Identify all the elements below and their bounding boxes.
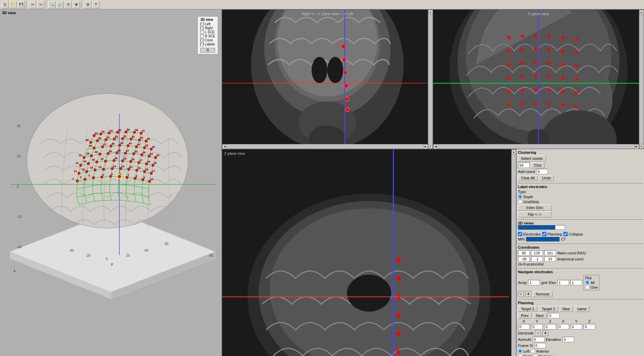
electrodes-checkbox[interactable]	[518, 232, 522, 236]
electrode-plus-btn[interactable]: +	[542, 330, 548, 336]
y-plane-scroll-right[interactable]: ▶	[423, 144, 428, 149]
pan-btn[interactable]: ✥	[73, 1, 80, 8]
elec-num-input[interactable]	[570, 280, 582, 285]
anat-coord-label: Anatomical coord	[557, 257, 583, 261]
elec-input[interactable]	[557, 280, 569, 285]
undo-tb-btn[interactable]: ↩	[29, 1, 36, 8]
grid-strip-radio[interactable]	[518, 200, 522, 204]
grid-label: grid	[541, 281, 547, 285]
y-plane-scroll-up[interactable]: ▲	[428, 10, 433, 14]
legend-lsce-check[interactable]	[200, 31, 204, 34]
y-plane-scroll-left[interactable]: ◀	[222, 144, 227, 149]
svg-point-190	[534, 75, 537, 78]
x-plane-hscroll[interactable]: ◀ ▶	[433, 144, 639, 149]
z-plane-vscroll[interactable]: ▲ ▼	[511, 149, 516, 356]
svg-text:20: 20	[126, 254, 130, 257]
plan-x2[interactable]: 0	[557, 324, 569, 329]
plan-y1[interactable]: 0	[531, 324, 543, 329]
rotate-btn[interactable]: ↺	[65, 1, 72, 8]
legend-labels-check[interactable]: ✓	[200, 43, 204, 46]
elec-plus-btn[interactable]: +	[525, 291, 531, 297]
plan-y2-label: Y	[570, 319, 582, 323]
posterior-radio[interactable]	[533, 354, 538, 356]
help-btn[interactable]: ?	[92, 1, 99, 8]
svg-point-188	[507, 76, 511, 80]
plan-y2[interactable]: 0	[570, 324, 582, 329]
legend-left-check[interactable]: ✓	[200, 23, 204, 26]
zoom-out-btn[interactable]: 🔎	[56, 1, 64, 8]
x-plane-vscroll[interactable]: ▲ ▼	[639, 10, 644, 149]
legend-conn-check[interactable]: ✓	[200, 39, 204, 42]
svg-text:-20: -20	[86, 254, 91, 257]
y-plane-scroll-down[interactable]: ▼	[428, 144, 433, 149]
array-input[interactable]: 1	[528, 280, 540, 285]
svg-text:33: 33	[156, 154, 159, 157]
svg-text:-80: -80	[208, 254, 213, 257]
clus-btn[interactable]: Clus	[531, 162, 545, 168]
n-input[interactable]: 0	[534, 343, 546, 348]
name-btn[interactable]: name	[574, 306, 590, 312]
target1-btn[interactable]: Target 1	[518, 306, 537, 312]
legend-rsce: R SCE	[200, 34, 215, 38]
redo-tb-btn[interactable]: ↪	[37, 1, 44, 8]
azimuth-input[interactable]: 0	[533, 337, 545, 342]
next-value-input[interactable]: 0	[548, 313, 560, 318]
select-voxels-btn[interactable]: Select voxels	[518, 155, 546, 162]
elevation-input[interactable]: 0	[562, 337, 574, 342]
nav-one-radio[interactable]	[585, 285, 590, 289]
z-plane-view[interactable]: Z plane view	[222, 149, 516, 356]
mri-slider[interactable]	[526, 237, 560, 242]
elec-minus-btn[interactable]: -	[518, 291, 524, 297]
new-plan-btn[interactable]: New	[560, 306, 573, 312]
flip-btn[interactable]: Flip <-->	[518, 211, 552, 217]
remove-btn[interactable]: Remove	[533, 291, 553, 297]
target2-btn[interactable]: Target 2	[539, 306, 558, 312]
save-btn[interactable]: 💾	[17, 1, 25, 8]
x-plane-scroll-right[interactable]: ▶	[634, 144, 639, 149]
legend-right-check[interactable]: ✓	[200, 27, 204, 30]
y-plane-view[interactable]: Right <--- Y plane view ---> Left	[222, 9, 433, 149]
clear-all-btn[interactable]: Clear All	[518, 175, 538, 181]
x-plane-scroll-down[interactable]: ▼	[639, 144, 644, 149]
x-plane-view[interactable]: X plane view	[433, 9, 644, 149]
navigate-section: Navigate electrodes Array 1 grid Elec Pl…	[518, 270, 643, 297]
new-btn[interactable]: 🗋	[1, 1, 9, 8]
add-coord-input[interactable]: 0	[536, 169, 548, 174]
collapse-checkbox[interactable]	[563, 232, 568, 236]
zoom-in-btn[interactable]: 🔍	[48, 1, 56, 8]
twod-slider[interactable]	[518, 225, 565, 230]
legend-r-button[interactable]: R	[200, 48, 215, 53]
y-plane-vscroll[interactable]: ▲ ▼	[428, 10, 433, 149]
open-btn[interactable]: 📂	[9, 1, 17, 8]
undo-btn[interactable]: Undo	[539, 175, 554, 181]
anterior-radio[interactable]	[531, 349, 535, 353]
plan-x1[interactable]: 0	[518, 324, 530, 329]
x-plane-scroll-left[interactable]: ◀	[433, 144, 438, 149]
settings-btn[interactable]: ⚙	[84, 1, 91, 8]
brain-3d-svg[interactable]: 57 58 59 60 61 62 63 49 50 51 52 53 54 5…	[0, 16, 222, 353]
prev-btn[interactable]: Prev	[518, 313, 532, 319]
brain-3d-container: 57 58 59 60 61 62 63 49 50 51 52 53 54 5…	[0, 16, 222, 356]
left-radio[interactable]	[518, 349, 522, 353]
depth-radio[interactable]	[518, 194, 522, 199]
next-btn[interactable]: Next	[533, 313, 547, 319]
x-plane-scroll-up[interactable]: ▲	[639, 10, 644, 14]
index-elec-btn[interactable]: Index Elec	[518, 205, 552, 211]
plan-z1[interactable]: 0	[544, 324, 556, 329]
cluster-size-input[interactable]: 64	[518, 163, 530, 168]
z-plane-scroll-up[interactable]: ▲	[512, 149, 516, 154]
right-radio[interactable]	[518, 354, 522, 356]
electrode-minus-btn[interactable]: -	[535, 330, 541, 336]
svg-point-152	[312, 57, 327, 83]
legend-rsce-check[interactable]	[200, 35, 204, 38]
nav-all-radio[interactable]	[585, 280, 590, 285]
svg-point-205	[575, 105, 578, 108]
depth-row: Depth	[518, 194, 643, 199]
legend-left: ✓ Left	[200, 22, 215, 26]
navigate-plot-group: Plot All One	[583, 275, 599, 290]
coord-x: 90	[518, 250, 530, 256]
planning-checkbox[interactable]	[542, 232, 547, 236]
plan-z2[interactable]: 0	[583, 324, 595, 329]
y-plane-hscroll[interactable]: ◀ ▶	[222, 144, 428, 149]
collapse-check-label: Collapse	[569, 232, 583, 236]
